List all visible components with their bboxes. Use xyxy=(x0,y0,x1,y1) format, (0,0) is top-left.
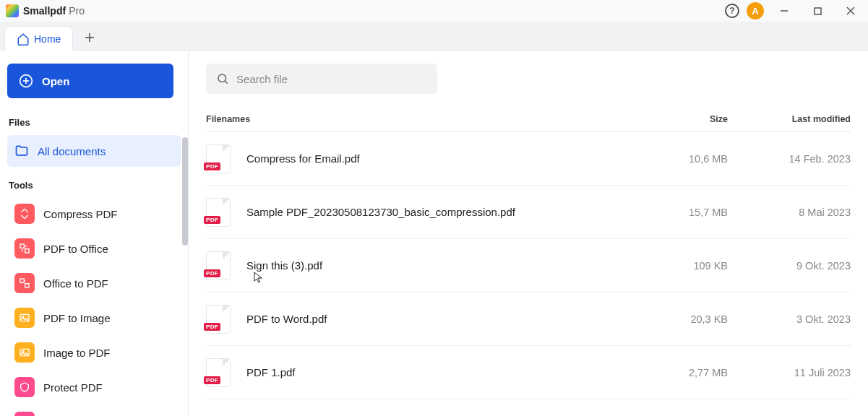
app-name: Smallpdf xyxy=(23,5,66,17)
file-date: 8 Mai 2023 xyxy=(728,207,851,218)
cursor-icon xyxy=(254,271,264,285)
file-name: PDF 1.pdf xyxy=(246,366,634,378)
tool-pdf-to-image[interactable]: PDF to Image xyxy=(7,302,181,334)
table-row[interactable]: PDF Sample PDF_20230508123730_basic_comp… xyxy=(206,186,851,239)
office-to-pdf-icon xyxy=(14,273,35,293)
column-filenames[interactable]: Filenames xyxy=(206,114,634,124)
file-size: 109 KB xyxy=(634,260,728,272)
pdf-file-icon: PDF xyxy=(206,358,231,387)
svg-line-19 xyxy=(225,81,227,83)
svg-point-18 xyxy=(218,74,226,82)
main-area: Open Files All documents Tools Compress … xyxy=(0,51,868,416)
sidebar: Open Files All documents Tools Compress … xyxy=(0,51,189,416)
table-row[interactable]: PDF PDF to Word.pdf 20,3 KB 3 Okt. 2023 xyxy=(206,292,851,346)
sidebar-item-label: All documents xyxy=(38,145,106,157)
search-input[interactable] xyxy=(236,73,427,85)
unlock-icon xyxy=(14,412,35,416)
tool-label: Protect PDF xyxy=(43,381,103,394)
table-row[interactable]: PDF Compress for Email.pdf 10,6 MB 14 Fe… xyxy=(206,132,851,186)
column-size[interactable]: Size xyxy=(634,114,728,124)
compress-icon xyxy=(14,204,35,224)
app-edition: Pro xyxy=(69,5,85,17)
title-bar: Smallpdf Pro ? A xyxy=(0,0,868,22)
file-name: Compress for Email.pdf xyxy=(246,152,634,165)
pdf-to-image-icon xyxy=(14,308,35,328)
svg-rect-11 xyxy=(20,279,24,282)
new-tab-button[interactable] xyxy=(77,25,102,50)
pdf-to-office-icon xyxy=(14,238,35,259)
pdf-file-icon: PDF xyxy=(206,251,231,280)
section-tools-label: Tools xyxy=(7,177,181,198)
file-date: 9 Okt. 2023 xyxy=(728,260,851,272)
window-maximize-button[interactable] xyxy=(804,1,830,21)
app-title: Smallpdf Pro xyxy=(23,5,85,17)
column-last-modified[interactable]: Last modified xyxy=(728,114,851,124)
file-size: 10,6 MB xyxy=(634,153,728,165)
tool-pdf-to-office[interactable]: PDF to Office xyxy=(7,233,181,264)
tool-compress-pdf[interactable]: Compress PDF xyxy=(7,198,181,230)
tab-home[interactable]: Home xyxy=(4,26,73,51)
file-name: PDF to Word.pdf xyxy=(246,313,634,325)
search-box[interactable] xyxy=(206,64,437,94)
app-logo-icon xyxy=(6,4,19,17)
file-date: 14 Feb. 2023 xyxy=(728,153,851,165)
svg-rect-12 xyxy=(25,284,29,287)
protect-icon xyxy=(14,377,35,397)
table-row[interactable]: PDF Sign this (3).pdf 109 KB 9 Okt. 2023 xyxy=(206,239,851,292)
sidebar-item-all-documents[interactable]: All documents xyxy=(7,135,181,167)
section-files-label: Files xyxy=(7,114,181,135)
table-row[interactable]: PDF PDF 1.pdf 2,77 MB 11 Juli 2023 xyxy=(206,346,851,399)
open-button[interactable]: Open xyxy=(7,64,173,98)
file-date: 3 Okt. 2023 xyxy=(728,313,851,325)
window-close-button[interactable] xyxy=(838,1,864,21)
svg-rect-10 xyxy=(25,249,29,253)
tab-label: Home xyxy=(34,33,61,45)
tool-label: Compress PDF xyxy=(43,208,118,220)
tab-bar: Home xyxy=(0,22,868,51)
tool-protect-pdf[interactable]: Protect PDF xyxy=(7,371,181,403)
image-to-pdf-icon xyxy=(14,342,35,363)
tool-label: Office to PDF xyxy=(43,277,108,290)
tool-label: PDF to Image xyxy=(43,312,111,324)
tool-label: Image to PDF xyxy=(43,347,111,359)
file-name: Sign this (3).pdf xyxy=(246,259,634,272)
pdf-file-icon: PDF xyxy=(206,144,231,173)
tool-image-to-pdf[interactable]: Image to PDF xyxy=(7,337,181,368)
table-header: Filenames Size Last modified xyxy=(206,114,851,132)
tool-unlock-pdf[interactable]: Unlock PDF xyxy=(7,406,181,416)
search-icon xyxy=(216,72,229,86)
pdf-file-icon: PDF xyxy=(206,305,231,334)
tool-office-to-pdf[interactable]: Office to PDF xyxy=(7,267,181,299)
pdf-file-icon: PDF xyxy=(206,198,231,227)
file-size: 20,3 KB xyxy=(634,313,728,325)
svg-rect-1 xyxy=(815,8,821,14)
sidebar-scrollbar[interactable] xyxy=(182,137,188,246)
window-minimize-button[interactable] xyxy=(771,1,797,21)
file-name: Sample PDF_20230508123730_basic_compress… xyxy=(246,206,634,218)
file-size: 15,7 MB xyxy=(634,207,728,218)
open-button-label: Open xyxy=(42,75,69,87)
file-size: 2,77 MB xyxy=(634,367,728,378)
content-area: Filenames Size Last modified PDF Compres… xyxy=(189,51,868,416)
help-icon[interactable]: ? xyxy=(725,4,739,18)
svg-rect-9 xyxy=(20,244,24,248)
tool-label: PDF to Office xyxy=(43,243,108,255)
avatar[interactable]: A xyxy=(747,2,764,20)
file-date: 11 Juli 2023 xyxy=(728,367,851,378)
